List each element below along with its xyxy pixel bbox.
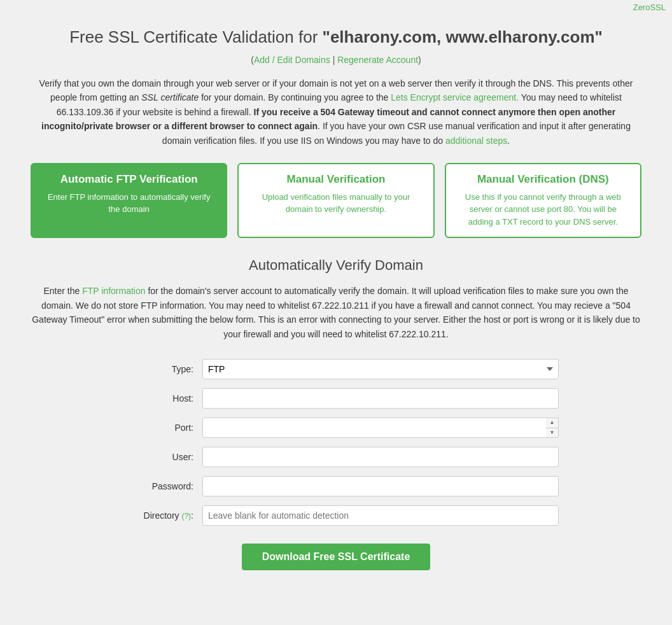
- regenerate-account-link[interactable]: Regenerate Account: [337, 55, 418, 65]
- lets-encrypt-link[interactable]: Lets Encrypt service agreement.: [391, 92, 519, 102]
- tab-auto-ftp-title: Automatic FTP Verification: [42, 173, 216, 186]
- port-wrapper: ▲ ▼: [202, 418, 559, 438]
- user-input[interactable]: [202, 447, 559, 467]
- directory-label: Directory (?):: [113, 510, 202, 521]
- port-row: Port: ▲ ▼: [113, 418, 559, 438]
- additional-steps-link[interactable]: additional steps: [445, 136, 507, 146]
- host-row: Host:: [113, 388, 559, 409]
- section-heading: Automatically Verify Domain: [31, 257, 641, 274]
- host-input[interactable]: [202, 388, 559, 409]
- submit-button[interactable]: Download Free SSL Certificate: [242, 544, 431, 570]
- title-domain: "elharony.com, www.elharony.com": [323, 27, 603, 46]
- tabs-row: Automatic FTP Verification Enter FTP inf…: [31, 163, 641, 239]
- host-label: Host:: [113, 393, 202, 404]
- main-container: Free SSL Certificate Validation for "elh…: [11, 15, 661, 583]
- add-edit-domains-link[interactable]: Add / Edit Domains: [254, 55, 330, 65]
- submit-row: Download Free SSL Certificate: [31, 544, 641, 570]
- desc-part1: Enter the: [43, 286, 82, 296]
- directory-label-text: Directory: [144, 510, 179, 521]
- tab-auto-ftp[interactable]: Automatic FTP Verification Enter FTP inf…: [31, 163, 227, 239]
- type-select[interactable]: FTP SFTP FTPS: [202, 359, 559, 379]
- directory-input[interactable]: [202, 505, 559, 526]
- tab-manual-dns-title: Manual Verification (DNS): [456, 173, 630, 186]
- port-spinners: ▲ ▼: [546, 418, 559, 438]
- info-final: .: [507, 136, 510, 146]
- password-input[interactable]: [202, 476, 559, 496]
- ssl-italic: SSL certificate: [141, 92, 199, 102]
- directory-tooltip-link[interactable]: (?): [181, 512, 191, 521]
- page-title: Free SSL Certificate Validation for "elh…: [31, 27, 641, 47]
- port-increment-button[interactable]: ▲: [546, 418, 558, 428]
- port-decrement-button[interactable]: ▼: [546, 428, 558, 438]
- password-label: Password:: [113, 481, 202, 491]
- section-desc: Enter the FTP information for the domain…: [31, 284, 641, 341]
- top-bar: ZeroSSL: [0, 0, 672, 15]
- tab-manual-title: Manual Verification: [249, 173, 423, 186]
- title-prefix: Free SSL Certificate Validation for: [69, 27, 322, 46]
- zerossl-link[interactable]: ZeroSSL: [633, 3, 666, 12]
- user-row: User:: [113, 447, 559, 467]
- tab-auto-ftp-desc: Enter FTP information to automatically v…: [42, 191, 216, 216]
- ftp-info-link[interactable]: FTP information: [82, 286, 145, 296]
- domain-links: (Add / Edit Domains | Regenerate Account…: [31, 55, 641, 65]
- info-text: Verify that you own the domain through y…: [31, 76, 641, 148]
- user-label: User:: [113, 452, 202, 462]
- form-area: Type: FTP SFTP FTPS Host: Port: ▲ ▼: [113, 359, 559, 526]
- tab-manual-dns[interactable]: Manual Verification (DNS) Use this if yo…: [445, 163, 641, 239]
- password-row: Password:: [113, 476, 559, 496]
- directory-row: Directory (?):: [113, 505, 559, 526]
- port-input[interactable]: [202, 418, 559, 438]
- tab-manual-desc: Upload verification files manually to yo…: [249, 191, 423, 216]
- info-middle: for your domain. By continuing you agree…: [199, 92, 391, 102]
- port-label: Port:: [113, 423, 202, 433]
- tab-manual-dns-desc: Use this if you cannot verify through a …: [456, 191, 630, 228]
- tab-manual[interactable]: Manual Verification Upload verification …: [237, 163, 434, 239]
- type-row: Type: FTP SFTP FTPS: [113, 359, 559, 379]
- type-label: Type:: [113, 364, 202, 374]
